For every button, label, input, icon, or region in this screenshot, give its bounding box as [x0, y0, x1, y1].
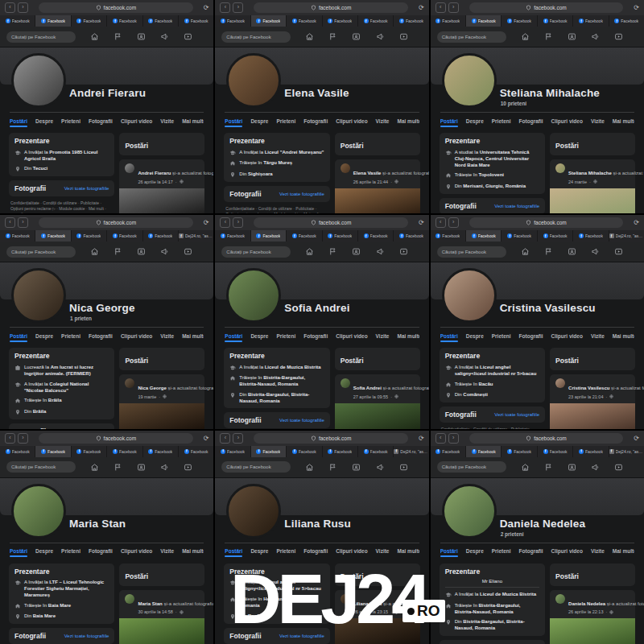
- profile-tab-postări[interactable]: Postări: [10, 545, 27, 557]
- profile-tab-clipuri-video[interactable]: Clipuri video: [551, 115, 583, 127]
- profile-tab-despre[interactable]: Despre: [35, 115, 53, 127]
- reload-button[interactable]: ⟳: [204, 435, 209, 442]
- browser-tab[interactable]: fFacebook: [179, 446, 213, 457]
- profile-tab-postări[interactable]: Postări: [10, 115, 27, 127]
- reload-button[interactable]: ⟳: [204, 219, 209, 226]
- groups-icon[interactable]: [137, 32, 146, 41]
- profile-tab-fotografii[interactable]: Fotografii: [519, 115, 543, 127]
- post-date[interactable]: 26 aprilie la 22:13: [568, 609, 603, 614]
- post-author-name[interactable]: Nica George: [138, 386, 166, 390]
- profile-tab-mai-multe[interactable]: Mai multe▾: [613, 330, 634, 342]
- browser-tab[interactable]: fFacebook: [466, 15, 501, 27]
- post-photo[interactable]: [550, 403, 635, 429]
- post-author-name[interactable]: Steliana Mihalache: [568, 171, 612, 175]
- friends-count[interactable]: 10 prieteni: [501, 101, 527, 106]
- profile-tab-postări[interactable]: Postări: [225, 330, 242, 342]
- profile-tab-despre[interactable]: Despre: [250, 545, 268, 557]
- browser-tab[interactable]: fFacebook: [502, 230, 536, 242]
- browser-tab[interactable]: fFacebook: [251, 230, 286, 242]
- search-input[interactable]: Căutați pe Facebook: [221, 461, 291, 473]
- post-author-name[interactable]: Liliana Rusu: [353, 601, 382, 606]
- search-input[interactable]: Căutați pe Facebook: [221, 31, 291, 43]
- browser-tab-article[interactable]: fDej24.ro, "asaltat" de BOȚI. Rafale de …: [179, 230, 213, 242]
- profile-tab-clipuri-video[interactable]: Clipuri video: [336, 545, 367, 557]
- profile-tab-vizite[interactable]: Vizite: [376, 330, 390, 342]
- post-photo[interactable]: [119, 403, 204, 429]
- marketplace-megaphone-icon[interactable]: [160, 32, 169, 41]
- profile-tab-prieteni[interactable]: Prieteni: [492, 545, 511, 557]
- forward-button[interactable]: ›: [448, 2, 459, 13]
- post-author-avatar[interactable]: [125, 163, 134, 173]
- profile-tab-vizite[interactable]: Vizite: [376, 545, 390, 557]
- forward-button[interactable]: ›: [18, 217, 28, 228]
- friends-count[interactable]: 2 prieteni: [501, 531, 524, 537]
- pages-flag-icon[interactable]: [544, 32, 553, 41]
- back-button[interactable]: ‹: [5, 2, 15, 13]
- search-input[interactable]: Căutați pe Facebook: [437, 246, 506, 258]
- browser-tab[interactable]: fFacebook: [0, 446, 35, 457]
- post-photo[interactable]: [335, 403, 420, 429]
- profile-tab-despre[interactable]: Despre: [35, 545, 53, 557]
- post-photo[interactable]: [119, 188, 204, 214]
- forward-button[interactable]: ›: [233, 217, 243, 228]
- browser-tab[interactable]: fFacebook: [466, 446, 501, 457]
- profile-tab-postări[interactable]: Postări: [440, 330, 458, 342]
- marketplace-megaphone-icon[interactable]: [591, 32, 600, 41]
- post-author-avatar[interactable]: [125, 378, 134, 388]
- profile-avatar[interactable]: [442, 53, 497, 108]
- browser-tab[interactable]: fFacebook: [538, 15, 572, 27]
- browser-tab[interactable]: fFacebook: [35, 15, 70, 27]
- profile-tab-despre[interactable]: Despre: [35, 330, 53, 342]
- browser-tab[interactable]: fFacebook: [107, 446, 142, 457]
- home-icon[interactable]: [305, 463, 314, 472]
- profile-tab-postări[interactable]: Postări: [225, 545, 242, 557]
- browser-tab-article[interactable]: fDej24.ro, "asaltat" de BOȚI. Rafale de …: [609, 230, 644, 242]
- profile-tab-clipuri-video[interactable]: Clipuri video: [551, 330, 583, 342]
- browser-tab[interactable]: fFacebook: [431, 230, 465, 242]
- profile-avatar[interactable]: [442, 484, 497, 539]
- profile-tab-fotografii[interactable]: Fotografii: [303, 545, 328, 557]
- back-button[interactable]: ‹: [436, 217, 446, 228]
- browser-tab[interactable]: fFacebook: [394, 15, 428, 27]
- profile-tab-postări[interactable]: Postări: [225, 115, 242, 127]
- browser-tab[interactable]: fFacebook: [287, 230, 321, 242]
- url-bar[interactable]: facebook.com: [254, 2, 408, 13]
- forward-button[interactable]: ›: [233, 2, 243, 13]
- browser-tab[interactable]: fFacebook: [72, 230, 106, 242]
- browser-tab[interactable]: fFacebook: [358, 446, 393, 457]
- post-author-name[interactable]: Cristina Vasilescu: [568, 386, 609, 390]
- profile-tab-mai-multe[interactable]: Mai multe▾: [613, 545, 634, 557]
- profile-tab-clipuri-video[interactable]: Clipuri video: [121, 545, 152, 557]
- profile-tab-clipuri-video[interactable]: Clipuri video: [551, 545, 583, 557]
- post-author-avatar[interactable]: [341, 378, 350, 388]
- post-author-name[interactable]: Daniela Nedelea: [568, 601, 605, 606]
- profile-tab-fotografii[interactable]: Fotografii: [89, 115, 113, 127]
- groups-icon[interactable]: [352, 32, 361, 41]
- back-button[interactable]: ‹: [436, 2, 446, 13]
- pages-flag-icon[interactable]: [114, 32, 122, 41]
- browser-tab[interactable]: fFacebook: [35, 230, 70, 242]
- browser-tab[interactable]: fFacebook: [143, 230, 178, 242]
- browser-tab-article[interactable]: fDej24.ro, "asaltat" de BOȚI. Rafale de …: [394, 446, 428, 457]
- profile-tab-vizite[interactable]: Vizite: [376, 115, 390, 127]
- post-author-avatar[interactable]: [555, 378, 565, 388]
- reload-button[interactable]: ⟳: [634, 4, 639, 11]
- post-photo[interactable]: [550, 618, 635, 644]
- profile-tab-clipuri-video[interactable]: Clipuri video: [336, 115, 367, 127]
- groups-icon[interactable]: [137, 463, 146, 472]
- url-bar[interactable]: facebook.com: [469, 2, 624, 13]
- friends-count[interactable]: 1 prieten: [70, 316, 92, 321]
- profile-avatar[interactable]: [11, 484, 66, 539]
- home-icon[interactable]: [90, 247, 99, 256]
- profile-tab-vizite[interactable]: Vizite: [160, 330, 174, 342]
- profile-avatar[interactable]: [226, 484, 281, 539]
- url-bar[interactable]: facebook.com: [469, 217, 624, 228]
- browser-tab[interactable]: fFacebook: [72, 15, 106, 27]
- browser-tab[interactable]: fFacebook: [251, 446, 286, 457]
- browser-tab[interactable]: fFacebook: [35, 446, 70, 457]
- post-date[interactable]: 23 aprilie la 21:04: [568, 394, 603, 399]
- browser-tab[interactable]: fFacebook: [107, 230, 142, 242]
- profile-avatar[interactable]: [11, 53, 66, 108]
- pages-flag-icon[interactable]: [328, 247, 337, 256]
- profile-avatar[interactable]: [226, 268, 281, 323]
